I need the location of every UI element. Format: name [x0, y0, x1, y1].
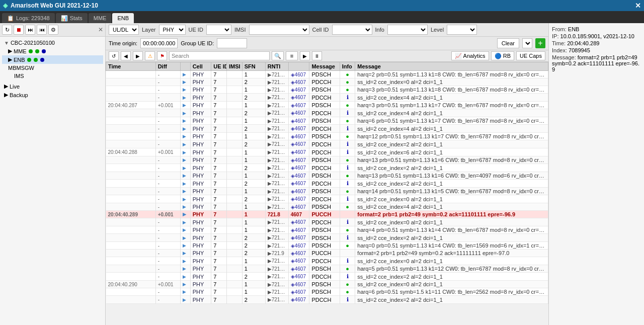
- tab-logs[interactable]: 📋 Logs: 229348: [2, 13, 55, 23]
- cell-diff: -: [155, 203, 180, 211]
- table-row[interactable]: 20:04:40.287 +0.001 ▶ PHY 7 1 ▶721.11 ◈4…: [106, 102, 548, 109]
- pause-btn[interactable]: ⏸: [312, 51, 322, 60]
- sidebar-close-icon[interactable]: ✕: [98, 26, 103, 33]
- tab-enb[interactable]: ENB: [112, 13, 134, 23]
- cell-cell: PHY: [190, 94, 211, 102]
- table-row[interactable]: - ▶ PHY 7 2 ▶721.15 ◈4607 PDSCH ℹ ss_id=…: [106, 234, 548, 242]
- table-row[interactable]: - ▶ PHY 7 2 ▶721.15 ◈4607 PDSCH ● harq=0…: [106, 242, 548, 250]
- info-select[interactable]: [387, 25, 428, 35]
- table-row[interactable]: - ▶ PHY 7 2 ▶721.9 ◈4607 PUCCH format=2 …: [106, 250, 548, 257]
- cell-sfn-num: 1: [242, 133, 265, 140]
- cell-ran: ▶: [180, 250, 190, 257]
- tab-mme[interactable]: MME: [89, 13, 112, 23]
- sidebar-item-ims[interactable]: IMS: [2, 72, 103, 80]
- enb-status-dot3: [40, 58, 44, 62]
- logs-icon: 📋: [7, 15, 14, 22]
- table-row[interactable]: - ▶ PHY 7 1 ▶721.15 ◈4607 PDSCH ● harq=4…: [106, 226, 548, 234]
- table-row[interactable]: - ▶ PHY 7 1 ▶721.15 ◈4607 PDCCH ℹ ss_id=…: [106, 218, 548, 226]
- sidebar-item-mbmsgw[interactable]: MBMSGW: [2, 64, 103, 72]
- main-area: ↻ ⏹ ⏭ ⏮ ⚙ ✕ ▼ CBC-2021050100 ▶ MME ▶ ENB: [0, 23, 644, 325]
- cell-ue: 7: [211, 188, 227, 195]
- analytics-button[interactable]: 📈 Analytics: [451, 51, 489, 60]
- rb-button[interactable]: 🔵 RB: [491, 51, 514, 60]
- enb-status-dot2: [34, 58, 38, 62]
- table-row[interactable]: - ▶ PHY 7 2 ▶721.13 ◈4607 PDCCH ℹ ss_id=…: [106, 164, 548, 172]
- sidebar-item-enb[interactable]: ▶ ENB: [2, 55, 103, 64]
- nav-error-btn[interactable]: ⚑: [157, 51, 167, 60]
- play-btn[interactable]: ▶: [300, 51, 310, 60]
- table-row[interactable]: - ▶ PHY 7 2 ▶721.13 ◈4607 PDCCH ℹ ss_id=…: [106, 180, 548, 188]
- table-row[interactable]: - ▶ PHY 7 2 ▶721.10 ◈4607 PDCCH ● ss_id=…: [106, 78, 548, 86]
- close-icon[interactable]: ✕: [635, 2, 641, 10]
- sidebar-step-btn[interactable]: ⏭: [25, 25, 35, 35]
- cell-sfn: ▶721.12: [265, 148, 288, 156]
- add-button[interactable]: +: [535, 38, 545, 48]
- cell-imsi: [227, 94, 243, 102]
- uecaps-button[interactable]: UE Caps: [516, 51, 545, 60]
- table-row[interactable]: - ▶ PHY 7 1 ▶721.13 ◈4607 PDSCH ● harq=1…: [106, 172, 548, 180]
- table-row[interactable]: 20:04:40.290 +0.001 ▶ PHY 7 1 ▶721.16 ◈4…: [106, 281, 548, 288]
- cell-info: ●: [340, 281, 355, 288]
- sidebar-item-backup[interactable]: ▶ Backup: [2, 91, 103, 99]
- level-select[interactable]: [447, 25, 477, 35]
- tab-stats[interactable]: 📊 Stats: [56, 13, 88, 23]
- cell-ran: ▶: [180, 86, 190, 94]
- table-row[interactable]: - ▶ PHY 7 1 ▶721.14 ◈4607 PDSCH ● harq=1…: [106, 188, 548, 195]
- col-header-info: Info: [340, 62, 355, 71]
- table-row[interactable]: - ▶ PHY 7 1 ▶721.12 ◈4607 PDSCH ● harq=1…: [106, 133, 548, 140]
- table-row[interactable]: - ▶ PHY 7 1 ▶721.12 ◈4607 PDSCH ● harq=6…: [106, 117, 548, 125]
- table-row[interactable]: - ▶ PHY 7 1 ▶721.17 ◈4607 PDSCH ● harq=6…: [106, 288, 548, 296]
- sidebar-refresh-btn[interactable]: ↻: [2, 25, 12, 35]
- col-header-msg: Message: [309, 62, 340, 71]
- sidebar-stop-btn[interactable]: ⏹: [14, 25, 24, 35]
- cell-message: ss_id=2 cce_index=0 al=2 dci=1_1: [355, 218, 548, 226]
- tree-root[interactable]: ▼ CBC-2021050100: [2, 39, 103, 47]
- group-ue-input[interactable]: [217, 38, 247, 48]
- sidebar-item-live[interactable]: ▶ Live: [2, 82, 103, 91]
- cell-diff: -: [155, 188, 180, 195]
- table-row[interactable]: - ▶ PHY 7 2 ▶721.16 ◈4607 PDCCH ℹ ss_id=…: [106, 273, 548, 281]
- table-row[interactable]: - ▶ PHY 7 2 ▶721.11 ◈4607 PDCCH ℹ ss_id=…: [106, 109, 548, 117]
- cell-id-select[interactable]: [332, 25, 372, 35]
- clear-select[interactable]: ▼: [522, 38, 532, 48]
- table-row[interactable]: - ▶ PHY 7 1 ▶721.11 ◈4607 PDSCH ● harq=3…: [106, 86, 548, 94]
- imsi-select[interactable]: [249, 25, 309, 35]
- mode-select[interactable]: UL/DL UL DL: [109, 25, 139, 35]
- search-input[interactable]: [169, 51, 270, 60]
- table-row[interactable]: - ▶ PHY 7 1 ▶721.10 ◈4607 PDSCH ● harq=2…: [106, 71, 548, 78]
- nav-first-btn[interactable]: ↺: [109, 51, 119, 60]
- cell-time: [106, 164, 156, 172]
- cell-message: ss_id=2 cce_index=4 al=2 dci=1_1: [355, 125, 548, 133]
- table-row[interactable]: - ▶ PHY 7 2 ▶721.14 ◈4607 PDCCH ℹ ss_id=…: [106, 195, 548, 203]
- filter-icon-btn[interactable]: ≡: [286, 51, 298, 60]
- log-table-container[interactable]: Time Diff Cell UE ID IMSI SFN RNTI Messa…: [106, 62, 548, 325]
- table-row[interactable]: 20:04:40.288 +0.001 ▶ PHY 7 1 ▶721.12 ◈4…: [106, 148, 548, 156]
- nav-next-btn[interactable]: ▶: [133, 51, 143, 60]
- table-row[interactable]: - ▶ PHY 7 1 ▶721.13 ◈4607 PDSCH ● harq=1…: [106, 156, 548, 164]
- table-row[interactable]: - ▶ PHY 7 1 ▶721.16 ◈4607 PDCCH ℹ ss_id=…: [106, 257, 548, 265]
- table-row[interactable]: - ▶ PHY 7 2 ▶721.11 ◈4607 PDCCH ℹ ss_id=…: [106, 94, 548, 102]
- cell-imsi: [227, 273, 243, 281]
- sidebar-item-mme[interactable]: ▶ MME: [2, 47, 103, 55]
- cell-diff: -: [155, 242, 180, 250]
- cell-rnti: ◈4607: [288, 86, 309, 94]
- search-icon-btn[interactable]: 🔍: [272, 51, 284, 60]
- col-header-sfn: SFN: [242, 62, 265, 71]
- nav-warn-btn[interactable]: ⚠: [145, 51, 155, 60]
- info-index-label: Index:: [552, 47, 567, 53]
- table-row[interactable]: - ▶ PHY 7 1 ▶721.14 ◈4607 PDSCH ● ss_id=…: [106, 203, 548, 211]
- cell-time: [106, 125, 156, 133]
- table-row[interactable]: - ▶ PHY 7 1 ▶721.16 ◈4607 PDSCH ● harq=5…: [106, 265, 548, 273]
- table-row[interactable]: - ▶ PHY 7 2 ▶721.17 ◈4607 PDCCH ℹ ss_id=…: [106, 296, 548, 304]
- nav-prev-btn[interactable]: ◀: [121, 51, 131, 60]
- sidebar-config-btn[interactable]: ⚙: [48, 25, 58, 35]
- sidebar-step2-btn[interactable]: ⏮: [37, 25, 47, 35]
- layer-select[interactable]: PHY MAC RLC: [159, 25, 186, 35]
- cell-cell: PHY: [190, 86, 211, 94]
- clear-button[interactable]: Clear: [497, 38, 519, 48]
- table-row[interactable]: - ▶ PHY 7 2 ▶721.12 ◈4607 PDCCH ℹ ss_id=…: [106, 140, 548, 148]
- table-row[interactable]: 20:04:40.289 +0.001 ▶ PHY 7 1 721.8 4607…: [106, 211, 548, 218]
- cell-imsi: [227, 257, 243, 265]
- ue-id-select[interactable]: [206, 25, 231, 35]
- table-row[interactable]: - ▶ PHY 7 2 ▶721.12 ◈4607 PDCCH ℹ ss_id=…: [106, 125, 548, 133]
